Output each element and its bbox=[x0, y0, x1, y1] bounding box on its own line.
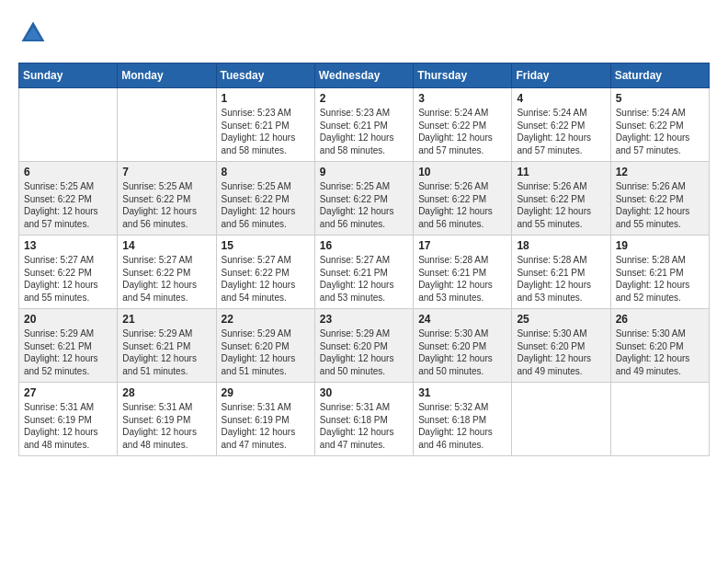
calendar-week-1: 1Sunrise: 5:23 AM Sunset: 6:21 PM Daylig… bbox=[19, 88, 710, 162]
calendar-cell: 9Sunrise: 5:25 AM Sunset: 6:22 PM Daylig… bbox=[314, 162, 413, 236]
calendar-cell: 28Sunrise: 5:31 AM Sunset: 6:19 PM Dayli… bbox=[118, 383, 216, 456]
calendar-cell: 14Sunrise: 5:27 AM Sunset: 6:22 PM Dayli… bbox=[118, 236, 216, 309]
calendar-table: SundayMondayTuesdayWednesdayThursdayFrid… bbox=[18, 63, 710, 456]
calendar-header-sunday: Sunday bbox=[19, 63, 118, 88]
calendar-cell: 22Sunrise: 5:29 AM Sunset: 6:20 PM Dayli… bbox=[216, 309, 314, 383]
calendar-header-friday: Friday bbox=[512, 63, 610, 88]
day-info: Sunrise: 5:32 AM Sunset: 6:18 PM Dayligh… bbox=[418, 401, 506, 451]
day-info: Sunrise: 5:24 AM Sunset: 6:22 PM Dayligh… bbox=[418, 107, 506, 156]
day-info: Sunrise: 5:26 AM Sunset: 6:22 PM Dayligh… bbox=[418, 180, 506, 230]
day-info: Sunrise: 5:27 AM Sunset: 6:22 PM Dayligh… bbox=[222, 254, 310, 304]
day-number: 11 bbox=[517, 166, 605, 178]
day-info: Sunrise: 5:26 AM Sunset: 6:22 PM Dayligh… bbox=[616, 180, 704, 230]
day-info: Sunrise: 5:24 AM Sunset: 6:22 PM Dayligh… bbox=[517, 107, 605, 156]
calendar-header-monday: Monday bbox=[118, 63, 216, 88]
day-number: 25 bbox=[517, 313, 605, 326]
day-number: 17 bbox=[418, 239, 506, 252]
day-number: 3 bbox=[418, 92, 506, 105]
day-info: Sunrise: 5:25 AM Sunset: 6:22 PM Dayligh… bbox=[222, 180, 310, 230]
calendar-cell: 8Sunrise: 5:25 AM Sunset: 6:22 PM Daylig… bbox=[216, 162, 314, 236]
day-number: 13 bbox=[24, 239, 112, 252]
day-info: Sunrise: 5:28 AM Sunset: 6:21 PM Dayligh… bbox=[418, 254, 506, 304]
calendar-cell bbox=[610, 383, 709, 456]
day-number: 2 bbox=[320, 92, 408, 105]
calendar-cell: 11Sunrise: 5:26 AM Sunset: 6:22 PM Dayli… bbox=[512, 162, 610, 236]
day-info: Sunrise: 5:28 AM Sunset: 6:21 PM Dayligh… bbox=[517, 254, 605, 304]
day-number: 21 bbox=[122, 313, 210, 326]
day-info: Sunrise: 5:31 AM Sunset: 6:18 PM Dayligh… bbox=[320, 401, 408, 451]
calendar-cell: 21Sunrise: 5:29 AM Sunset: 6:21 PM Dayli… bbox=[118, 309, 216, 383]
logo bbox=[18, 18, 53, 48]
day-number: 12 bbox=[616, 166, 704, 178]
calendar-cell: 25Sunrise: 5:30 AM Sunset: 6:20 PM Dayli… bbox=[512, 309, 610, 383]
day-number: 9 bbox=[320, 166, 408, 178]
calendar-cell: 13Sunrise: 5:27 AM Sunset: 6:22 PM Dayli… bbox=[19, 236, 118, 309]
calendar-cell bbox=[19, 88, 118, 162]
day-info: Sunrise: 5:31 AM Sunset: 6:19 PM Dayligh… bbox=[222, 401, 310, 451]
day-info: Sunrise: 5:31 AM Sunset: 6:19 PM Dayligh… bbox=[24, 401, 112, 451]
calendar-cell: 18Sunrise: 5:28 AM Sunset: 6:21 PM Dayli… bbox=[512, 236, 610, 309]
day-info: Sunrise: 5:24 AM Sunset: 6:22 PM Dayligh… bbox=[616, 107, 704, 156]
day-info: Sunrise: 5:29 AM Sunset: 6:20 PM Dayligh… bbox=[320, 327, 408, 377]
calendar-cell: 26Sunrise: 5:30 AM Sunset: 6:20 PM Dayli… bbox=[610, 309, 709, 383]
day-number: 24 bbox=[418, 313, 506, 326]
day-info: Sunrise: 5:27 AM Sunset: 6:22 PM Dayligh… bbox=[122, 254, 210, 304]
day-number: 27 bbox=[24, 386, 112, 399]
day-number: 7 bbox=[122, 166, 210, 178]
day-number: 1 bbox=[222, 92, 310, 105]
day-number: 16 bbox=[320, 239, 408, 252]
calendar-cell: 17Sunrise: 5:28 AM Sunset: 6:21 PM Dayli… bbox=[414, 236, 512, 309]
day-info: Sunrise: 5:29 AM Sunset: 6:20 PM Dayligh… bbox=[222, 327, 310, 377]
calendar-week-3: 13Sunrise: 5:27 AM Sunset: 6:22 PM Dayli… bbox=[19, 236, 710, 309]
day-number: 8 bbox=[222, 166, 310, 178]
page-header bbox=[18, 18, 710, 48]
day-info: Sunrise: 5:23 AM Sunset: 6:21 PM Dayligh… bbox=[222, 107, 310, 156]
day-info: Sunrise: 5:26 AM Sunset: 6:22 PM Dayligh… bbox=[517, 180, 605, 230]
calendar-cell: 27Sunrise: 5:31 AM Sunset: 6:19 PM Dayli… bbox=[19, 383, 118, 456]
day-info: Sunrise: 5:30 AM Sunset: 6:20 PM Dayligh… bbox=[616, 327, 704, 377]
calendar-cell: 29Sunrise: 5:31 AM Sunset: 6:19 PM Dayli… bbox=[216, 383, 314, 456]
calendar-cell: 2Sunrise: 5:23 AM Sunset: 6:21 PM Daylig… bbox=[314, 88, 413, 162]
calendar-week-5: 27Sunrise: 5:31 AM Sunset: 6:19 PM Dayli… bbox=[19, 383, 710, 456]
day-number: 19 bbox=[616, 239, 704, 252]
day-info: Sunrise: 5:30 AM Sunset: 6:20 PM Dayligh… bbox=[418, 327, 506, 377]
day-info: Sunrise: 5:28 AM Sunset: 6:21 PM Dayligh… bbox=[616, 254, 704, 304]
calendar-cell: 24Sunrise: 5:30 AM Sunset: 6:20 PM Dayli… bbox=[414, 309, 512, 383]
day-info: Sunrise: 5:29 AM Sunset: 6:21 PM Dayligh… bbox=[24, 327, 112, 377]
day-info: Sunrise: 5:27 AM Sunset: 6:21 PM Dayligh… bbox=[320, 254, 408, 304]
day-number: 23 bbox=[320, 313, 408, 326]
day-info: Sunrise: 5:25 AM Sunset: 6:22 PM Dayligh… bbox=[122, 180, 210, 230]
calendar-cell: 5Sunrise: 5:24 AM Sunset: 6:22 PM Daylig… bbox=[610, 88, 709, 162]
calendar-cell: 23Sunrise: 5:29 AM Sunset: 6:20 PM Dayli… bbox=[314, 309, 413, 383]
calendar-header-tuesday: Tuesday bbox=[216, 63, 314, 88]
calendar-cell: 12Sunrise: 5:26 AM Sunset: 6:22 PM Dayli… bbox=[610, 162, 709, 236]
day-number: 4 bbox=[517, 92, 605, 105]
day-number: 30 bbox=[320, 386, 408, 399]
calendar-cell: 10Sunrise: 5:26 AM Sunset: 6:22 PM Dayli… bbox=[414, 162, 512, 236]
day-number: 14 bbox=[122, 239, 210, 252]
calendar-week-2: 6Sunrise: 5:25 AM Sunset: 6:22 PM Daylig… bbox=[19, 162, 710, 236]
day-number: 29 bbox=[222, 386, 310, 399]
calendar-cell: 3Sunrise: 5:24 AM Sunset: 6:22 PM Daylig… bbox=[414, 88, 512, 162]
day-number: 26 bbox=[616, 313, 704, 326]
day-number: 6 bbox=[24, 166, 112, 178]
calendar-header-thursday: Thursday bbox=[414, 63, 512, 88]
day-number: 31 bbox=[418, 386, 506, 399]
calendar-cell: 31Sunrise: 5:32 AM Sunset: 6:18 PM Dayli… bbox=[414, 383, 512, 456]
calendar-week-4: 20Sunrise: 5:29 AM Sunset: 6:21 PM Dayli… bbox=[19, 309, 710, 383]
day-number: 28 bbox=[122, 386, 210, 399]
calendar-cell bbox=[118, 88, 216, 162]
day-info: Sunrise: 5:23 AM Sunset: 6:21 PM Dayligh… bbox=[320, 107, 408, 156]
calendar-cell: 19Sunrise: 5:28 AM Sunset: 6:21 PM Dayli… bbox=[610, 236, 709, 309]
day-number: 15 bbox=[222, 239, 310, 252]
calendar-header-saturday: Saturday bbox=[610, 63, 709, 88]
day-info: Sunrise: 5:31 AM Sunset: 6:19 PM Dayligh… bbox=[122, 401, 210, 451]
logo-icon bbox=[18, 18, 48, 48]
day-info: Sunrise: 5:27 AM Sunset: 6:22 PM Dayligh… bbox=[24, 254, 112, 304]
day-info: Sunrise: 5:25 AM Sunset: 6:22 PM Dayligh… bbox=[24, 180, 112, 230]
calendar-cell bbox=[512, 383, 610, 456]
day-number: 5 bbox=[616, 92, 704, 105]
calendar-cell: 6Sunrise: 5:25 AM Sunset: 6:22 PM Daylig… bbox=[19, 162, 118, 236]
day-info: Sunrise: 5:30 AM Sunset: 6:20 PM Dayligh… bbox=[517, 327, 605, 377]
calendar-cell: 30Sunrise: 5:31 AM Sunset: 6:18 PM Dayli… bbox=[314, 383, 413, 456]
